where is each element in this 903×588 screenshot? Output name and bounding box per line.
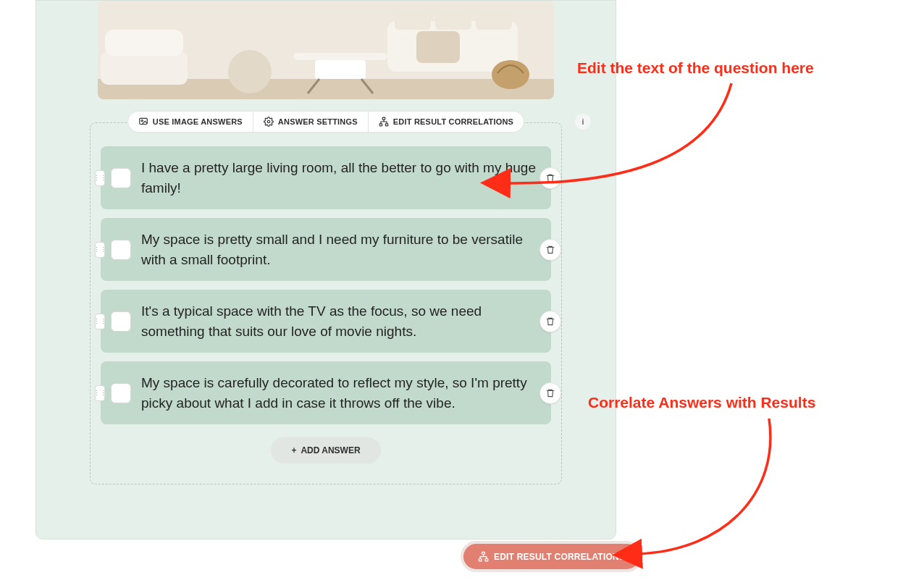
- answer-card[interactable]: My space is carefully decorated to refle…: [101, 361, 551, 424]
- drag-handle-icon[interactable]: ⋮⋮: [95, 242, 105, 258]
- svg-point-16: [141, 120, 143, 122]
- answer-row: ⋮⋮ My space is carefully decorated to re…: [101, 361, 551, 424]
- sitemap-icon: [379, 117, 389, 127]
- sitemap-icon: [478, 551, 489, 562]
- answer-settings-button[interactable]: ANSWER SETTINGS: [253, 111, 369, 133]
- delete-answer-button[interactable]: [539, 382, 561, 404]
- svg-rect-11: [435, 11, 471, 30]
- use-image-answers-label: USE IMAGE ANSWERS: [153, 117, 243, 126]
- svg-rect-22: [479, 559, 482, 561]
- svg-rect-10: [395, 11, 431, 30]
- drag-handle-icon[interactable]: ⋮⋮: [95, 385, 105, 401]
- answer-checkbox[interactable]: [111, 240, 131, 260]
- answer-text: I have a pretty large living room, all t…: [141, 158, 537, 198]
- svg-rect-23: [485, 559, 488, 561]
- question-image[interactable]: [98, 1, 554, 99]
- answer-row: ⋮⋮ I have a pretty large living room, al…: [101, 146, 551, 209]
- svg-rect-3: [105, 30, 183, 56]
- trash-icon: [545, 245, 555, 255]
- answer-card[interactable]: My space is pretty small and I need my f…: [101, 218, 551, 281]
- answer-text: It's a typical space with the TV as the …: [141, 301, 537, 341]
- svg-rect-20: [385, 124, 388, 126]
- delete-answer-button[interactable]: [539, 239, 561, 261]
- answer-checkbox[interactable]: [111, 168, 131, 188]
- drag-handle-icon[interactable]: ⋮⋮: [95, 170, 105, 186]
- use-image-answers-button[interactable]: USE IMAGE ANSWERS: [127, 111, 253, 133]
- answer-text: My space is carefully decorated to refle…: [141, 373, 537, 413]
- answers-panel: ⋮⋮ I have a pretty large living room, al…: [90, 122, 562, 484]
- answer-checkbox[interactable]: [111, 311, 131, 332]
- answer-settings-label: ANSWER SETTINGS: [278, 117, 358, 126]
- svg-point-17: [267, 120, 270, 123]
- svg-rect-6: [315, 60, 366, 79]
- callout-arrow-icon: [624, 413, 812, 565]
- edit-result-correlations-bottom-label: EDIT RESULT CORRELATIONS: [494, 552, 625, 562]
- svg-rect-2: [101, 51, 188, 85]
- answer-text: My space is pretty small and I need my f…: [141, 230, 537, 269]
- add-answer-button[interactable]: +ADD ANSWER: [271, 437, 380, 463]
- drag-handle-icon[interactable]: ⋮⋮: [95, 314, 105, 329]
- callout-edit-question: Edit the text of the question here: [577, 59, 814, 77]
- answer-card[interactable]: I have a pretty large living room, all t…: [101, 146, 551, 209]
- answer-row: ⋮⋮ My space is pretty small and I need m…: [101, 218, 551, 281]
- trash-icon: [545, 388, 555, 398]
- answer-card[interactable]: It's a typical space with the TV as the …: [101, 290, 551, 353]
- callout-correlate: Correlate Answers with Results: [588, 394, 815, 411]
- svg-point-4: [228, 50, 272, 93]
- gear-icon: [264, 117, 274, 127]
- image-icon: [138, 117, 148, 127]
- trash-icon: [545, 316, 555, 327]
- svg-rect-19: [379, 124, 382, 126]
- callout-arrow-icon: [492, 76, 746, 199]
- delete-answer-button[interactable]: [539, 311, 561, 332]
- add-answer-label: ADD ANSWER: [301, 445, 360, 455]
- edit-result-correlations-bottom-button[interactable]: EDIT RESULT CORRELATIONS: [461, 541, 642, 572]
- answer-checkbox[interactable]: [111, 383, 131, 403]
- svg-rect-13: [416, 31, 460, 63]
- svg-rect-18: [382, 117, 385, 119]
- svg-rect-12: [476, 11, 512, 30]
- toolbar-button-group: USE IMAGE ANSWERS ANSWER SETTINGS EDIT R…: [127, 111, 524, 133]
- svg-rect-5: [293, 53, 387, 60]
- plus-icon: +: [291, 445, 296, 455]
- svg-rect-21: [482, 552, 485, 554]
- answer-row: ⋮⋮ It's a typical space with the TV as t…: [101, 290, 551, 353]
